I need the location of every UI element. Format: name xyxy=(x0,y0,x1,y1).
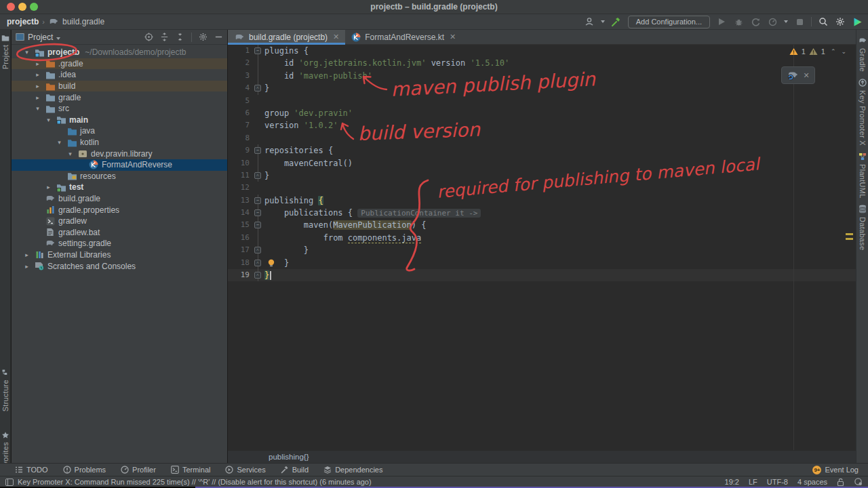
close-tab-icon[interactable]: ✕ xyxy=(450,33,456,41)
chevron-right-icon[interactable]: ▸ xyxy=(33,71,42,78)
tool-button-terminal[interactable]: Terminal xyxy=(171,466,211,474)
status-message[interactable]: Key Promoter X: Command Run missed 225 t… xyxy=(18,478,372,486)
tree-row[interactable]: gradle.properties xyxy=(12,204,227,216)
chevron-right-icon[interactable]: ▸ xyxy=(33,83,42,89)
window-title-bar: projectb – build.gradle (projectb) xyxy=(0,0,868,14)
user-dropdown-icon[interactable] xyxy=(601,20,605,23)
tool-button-project[interactable]: Project xyxy=(0,34,11,69)
locate-icon[interactable] xyxy=(144,33,153,41)
tool-button-problems[interactable]: Problems xyxy=(63,466,106,474)
tool-button-plantuml[interactable]: PlantUML xyxy=(856,152,868,199)
fold-end-icon[interactable]: ˄ xyxy=(254,172,261,179)
tree-row[interactable]: ▸build xyxy=(12,81,227,92)
chevron-down-icon[interactable]: ▾ xyxy=(44,117,53,123)
unlock-icon[interactable] xyxy=(837,478,844,486)
chevron-right-icon[interactable]: ▸ xyxy=(22,251,31,258)
dismiss-reload-icon[interactable]: ✕ xyxy=(804,71,810,80)
fold-start-icon[interactable]: − xyxy=(254,147,261,154)
window-layout-icon[interactable] xyxy=(5,479,14,486)
tree-row[interactable]: ▸.gradle xyxy=(12,58,227,70)
expand-all-icon[interactable] xyxy=(160,33,169,41)
tree-row[interactable]: ▸.idea xyxy=(12,69,227,81)
tool-button-key-promoter-x[interactable]: Key Promoter X xyxy=(856,79,868,146)
tree-row[interactable]: java xyxy=(12,125,227,137)
build-hammer-icon[interactable] xyxy=(611,16,622,27)
chevron-right-icon[interactable]: ▸ xyxy=(33,94,42,101)
search-everywhere-icon[interactable] xyxy=(818,16,829,27)
file-encoding[interactable]: UTF-8 xyxy=(767,478,788,486)
tool-button-structure[interactable]: Structure xyxy=(0,369,11,411)
tree-item-label: dev.pravin.library xyxy=(91,149,152,159)
tree-row[interactable]: ▸test xyxy=(12,182,227,193)
project-panel-title[interactable]: Project xyxy=(28,33,53,42)
chevron-right-icon[interactable]: ▸ xyxy=(33,60,42,67)
code-editor[interactable]: 1−plugins {2 id 'org.jetbrains.kotlin.jv… xyxy=(228,45,856,450)
error-stripe-mark[interactable] xyxy=(846,238,853,240)
ide-logo-icon[interactable] xyxy=(852,16,863,27)
problems-icon xyxy=(63,466,71,474)
chevron-down-icon[interactable]: ▾ xyxy=(22,49,31,56)
breadcrumb-publishing[interactable]: publishing{} xyxy=(269,453,309,461)
tree-row[interactable]: ▾kotlin xyxy=(12,137,227,148)
fold-end-icon[interactable]: ˄ xyxy=(254,272,261,279)
project-view-dropdown-icon[interactable] xyxy=(56,37,60,40)
tool-button-todo[interactable]: TODO xyxy=(15,466,48,474)
tree-row[interactable]: gradlew xyxy=(12,216,227,227)
editor-breadcrumbs[interactable]: publishing{} xyxy=(228,450,856,463)
tree-row[interactable]: gradlew.bat xyxy=(12,227,227,239)
tree-row[interactable]: ▾dev.pravin.library xyxy=(12,148,227,159)
close-tab-icon[interactable]: ✕ xyxy=(333,33,339,41)
breadcrumb-file[interactable]: build.gradle xyxy=(62,17,104,26)
chevron-down-icon[interactable]: ▾ xyxy=(66,150,75,157)
fold-start-icon[interactable]: − xyxy=(254,209,261,216)
tree-row[interactable]: settings.gradle xyxy=(12,238,227,249)
indent-style[interactable]: 4 spaces xyxy=(797,478,827,486)
inspections-widget[interactable]: 1 1 ⌃ ⌄ xyxy=(789,47,846,56)
breadcrumb-project[interactable]: projectb xyxy=(7,17,39,26)
tree-row[interactable]: ▾src xyxy=(12,103,227,115)
tree-row[interactable]: ▸Scratches and Consoles xyxy=(12,260,227,272)
chevron-right-icon[interactable]: ▸ xyxy=(22,263,31,270)
editor-tab[interactable]: build.gradle (projectb)✕ xyxy=(228,30,345,44)
fold-start-icon[interactable]: − xyxy=(254,47,261,54)
tree-row[interactable]: ▾main xyxy=(12,115,227,126)
fold-end-icon[interactable]: ˄ xyxy=(254,85,261,92)
next-problem-icon[interactable]: ⌄ xyxy=(841,48,846,55)
panel-settings-gear-icon[interactable] xyxy=(199,33,208,41)
chevron-down-icon[interactable]: ▾ xyxy=(33,105,42,112)
chevron-right-icon[interactable]: ▸ xyxy=(44,184,53,190)
fold-start-icon[interactable]: − xyxy=(254,222,261,228)
chevron-down-icon[interactable]: ▾ xyxy=(55,139,64,146)
code-line: 6group 'dev.pravin' xyxy=(228,107,856,119)
fold-end-icon[interactable]: ˄ xyxy=(254,247,261,253)
editor-tab[interactable]: FormatAndReverse.kt✕ xyxy=(345,30,462,44)
line-separator[interactable]: LF xyxy=(749,478,757,486)
load-gradle-changes-button[interactable]: ✕ xyxy=(781,66,815,84)
add-configuration-button[interactable]: Add Configuration... xyxy=(628,16,710,28)
tree-row[interactable]: ▾projectb~/Downloads/demo/projectb xyxy=(12,47,227,58)
tool-button-gradle[interactable]: Gradle xyxy=(856,37,868,72)
tool-button-build[interactable]: Build xyxy=(281,466,309,474)
error-stripe-mark[interactable] xyxy=(846,233,853,235)
caret-position[interactable]: 19:2 xyxy=(725,478,739,486)
tree-item-label: FormatAndReverse xyxy=(102,160,172,169)
fold-end-icon[interactable]: ˄ xyxy=(254,260,261,266)
hide-panel-icon[interactable] xyxy=(214,33,223,41)
tree-row[interactable]: ▸gradle xyxy=(12,92,227,103)
tool-button-dependencies[interactable]: Dependencies xyxy=(323,466,382,474)
user-icon[interactable] xyxy=(584,16,595,27)
event-log-button[interactable]: 9+ Event Log xyxy=(812,466,859,474)
highlighting-level-icon[interactable] xyxy=(854,477,863,486)
tree-row[interactable]: ▸External Libraries xyxy=(12,249,227,261)
fold-start-icon[interactable]: − xyxy=(254,197,261,204)
tree-row[interactable]: build.gradle xyxy=(12,193,227,205)
tree-row[interactable]: resources xyxy=(12,171,227,182)
tree-row[interactable]: FormatAndReverse xyxy=(12,159,227,171)
settings-gear-icon[interactable] xyxy=(835,16,846,27)
tool-button-database[interactable]: Database xyxy=(856,205,868,251)
prev-problem-icon[interactable]: ⌃ xyxy=(831,48,836,55)
tool-button-profiler[interactable]: Profiler xyxy=(121,466,156,474)
tool-button-services[interactable]: Services xyxy=(225,466,265,474)
collapse-all-icon[interactable] xyxy=(176,33,184,41)
intention-bulb-icon[interactable] xyxy=(267,259,275,267)
